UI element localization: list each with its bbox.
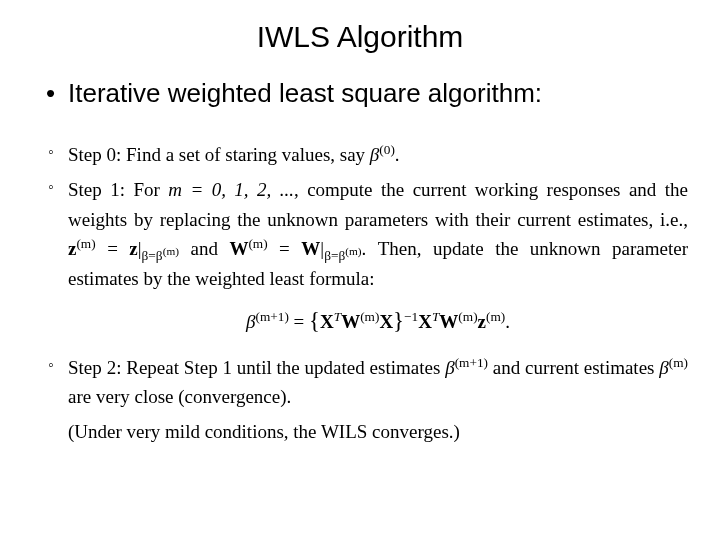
f-period: . [505,311,510,332]
step-2-c: are very close (convergence). [68,386,291,407]
eq-2: = [268,238,302,259]
W-sup-m: (m) [248,236,267,251]
slide-title: IWLS Algorithm [0,20,720,54]
W-symbol-2: W [301,238,320,259]
f-W1: W [341,311,360,332]
f-z-sup: (m) [486,309,505,324]
m-range: m = 0, 1, 2, ... [168,179,294,200]
f-W2-sup: (m) [458,309,477,324]
step-1-after: . Then, update the unknown parameter est… [68,238,688,288]
step-0-text: Step 0: Find a set of staring values, sa… [68,144,370,165]
s2-beta2: β [659,357,668,378]
algorithm-block: Step 0: Find a set of staring values, sa… [48,140,688,447]
step-0-suffix: . [395,144,400,165]
slide: IWLS Algorithm Iterative weighted least … [0,0,720,540]
s2-beta1: β [445,357,454,378]
f-lbrace: { [309,308,320,333]
step-2: Step 2: Repeat Step 1 until the updated … [48,353,688,412]
sub-beta-1: β=β(m) [142,248,179,263]
beta-symbol: β [370,144,379,165]
convergence-note: (Under very mild conditions, the WILS co… [48,417,688,446]
step-1: Step 1: For m = 0, 1, 2, ..., compute th… [48,175,688,338]
step-1-intro-a: Step 1: For [68,179,168,200]
main-bullet: Iterative weighted least square algorith… [50,78,542,109]
s2-beta2-sup: (m) [669,354,688,369]
step-0: Step 0: Find a set of staring values, sa… [48,140,688,169]
step-2-b: and current estimates [488,357,659,378]
sub-beta-2: β=β(m) [324,248,361,263]
f-beta: β [246,311,255,332]
f-W1-sup: (m) [360,309,379,324]
f-rbrace: } [393,308,404,333]
z-sup-m: (m) [76,236,95,251]
f-X1: X [320,311,334,332]
f-X3: X [418,311,432,332]
z-symbol-2: z [129,238,137,259]
f-beta-sup: (m+1) [256,309,289,324]
eq-1: = [96,238,130,259]
beta-sup-0: (0) [379,142,395,157]
s2-beta1-sup: (m+1) [455,354,488,369]
sub-beta-1-sup: (m) [163,245,179,257]
f-neg1: −1 [404,309,418,324]
f-eq: = [289,311,309,332]
f-X2: X [379,311,393,332]
update-formula: β(m+1) = {XTW(m)X}−1XTW(m)z(m). [68,303,688,338]
and-text: and [179,238,229,259]
sub-beta-2-sup: (m) [345,245,361,257]
sub-beta-1-text: β=β [142,248,163,263]
sub-beta-2-text: β=β [324,248,345,263]
f-W2: W [439,311,458,332]
step-2-a: Step 2: Repeat Step 1 until the updated … [68,357,445,378]
W-symbol: W [229,238,248,259]
f-z: z [478,311,486,332]
